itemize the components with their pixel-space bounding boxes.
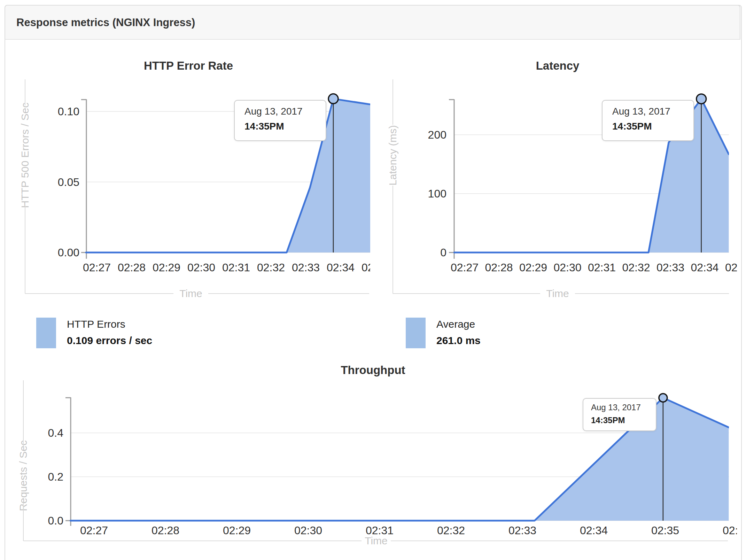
y-tick-label: 0.05 [45,174,79,190]
legend-label: Average [436,318,481,330]
legend-swatch [36,318,56,348]
tooltip-latency: Aug 13, 2017 14:35PM [602,100,694,141]
x-tick-label: 02:34 [580,522,608,539]
x-tick-label: 02:32 [622,259,650,276]
x-tick-label: 02:29 [519,259,547,276]
legend-http-errors: HTTP Errors 0.109 errors / sec [36,318,152,348]
x-tick-label: 02:31 [222,259,250,276]
y-tick-label: 0 [412,244,446,261]
y-tick-label: 0.0 [29,512,63,529]
x-tick-label: 02:35 [651,522,679,539]
response-metrics-page: Response metrics (NGINX Ingress) HTTP Er… [0,0,746,560]
x-tick-label: 02:27 [80,522,108,539]
legend-value: 261.0 ms [436,335,481,347]
x-axis-ticks-1: 02:2702:2802:2902:3002:3102:3202:3302:34… [83,259,370,277]
tooltip-time: 14:35PM [612,121,693,132]
tooltip-date: Aug 13, 2017 [612,106,693,117]
x-tick-label: 02:32 [437,522,465,539]
y-tick-label: 0.4 [29,425,63,441]
x-tick-label: 02:35 [362,259,370,276]
hover-marker [328,94,338,104]
tooltip-http-error-rate: Aug 13, 2017 14:35PM [234,100,326,141]
x-tick-label: 02:36 [723,522,737,539]
x-axis-ticks-2: 02:2702:2802:2902:3002:3102:3202:3302:34… [451,259,737,277]
x-tick-label: 02:34 [327,259,355,276]
y-tick-label: 0.10 [45,103,79,120]
x-tick-label: 02:28 [151,522,179,539]
tooltip-throughput: Aug 13, 2017 14:35PM [583,398,656,431]
legend-average-latency: Average 261.0 ms [406,318,481,348]
x-tick-label: 02:32 [257,259,285,276]
y-tick-label: 100 [412,185,446,202]
x-tick-label: 02:30 [553,259,581,276]
x-tick-label: 02:30 [294,522,322,539]
x-tick-label: 02:31 [588,259,616,276]
x-tick-label: 02:35 [725,259,737,276]
x-tick-label: 02:31 [366,522,394,539]
x-tick-label: 02:33 [656,259,684,276]
y-tick-label: 0.2 [29,468,63,485]
x-tick-label: 02:33 [292,259,320,276]
legend-value: 0.109 errors / sec [67,335,152,347]
x-tick-label: 02:27 [83,259,111,276]
chart-title-throughput: Throughput [341,364,405,377]
card-title: Response metrics (NGINX Ingress) [16,6,195,40]
x-tick-label: 02:29 [223,522,251,539]
tooltip-time: 14:35PM [591,415,656,425]
x-tick-label: 02:28 [118,259,146,276]
x-tick-label: 02:28 [485,259,513,276]
legend-label: HTTP Errors [67,318,152,330]
x-tick-label: 02:34 [691,259,718,276]
x-tick-label: 02:27 [451,259,479,276]
x-axis-ticks-3: 02:2702:2802:2902:3002:3102:3202:3302:34… [68,522,737,539]
y-tick-label: 200 [412,126,446,143]
chart-title-latency: Latency [536,59,580,72]
tooltip-date: Aug 13, 2017 [591,403,656,412]
hover-marker [659,394,667,402]
card-header: Response metrics (NGINX Ingress) [5,5,740,40]
x-tick-label: 02:33 [508,522,536,539]
y-tick-label: 0.00 [45,244,79,261]
tooltip-date: Aug 13, 2017 [244,106,326,117]
tooltip-time: 14:35PM [244,121,326,132]
x-tick-label: 02:29 [153,259,180,276]
legend-swatch [406,318,426,348]
x-tick-label: 02:30 [187,259,215,276]
chart-title-http-error-rate: HTTP Error Rate [144,59,233,72]
hover-marker [697,94,706,104]
